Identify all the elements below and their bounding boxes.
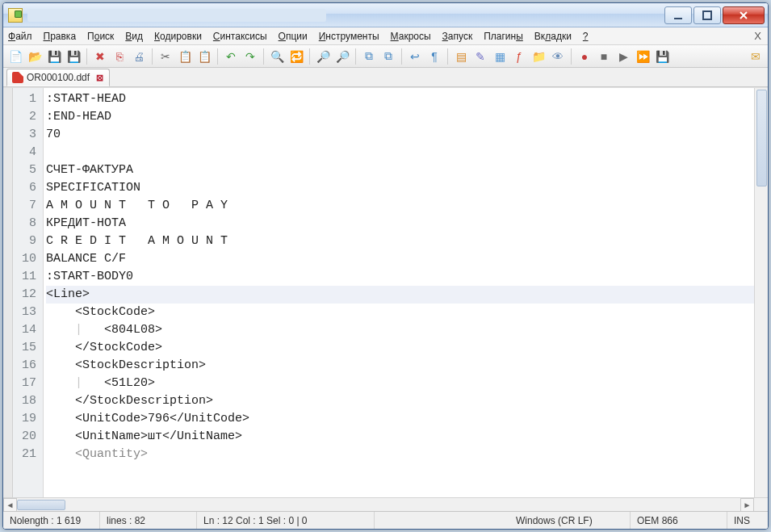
play-icon[interactable]: ▶: [614, 48, 632, 65]
close-button[interactable]: [723, 6, 765, 24]
line-number[interactable]: 3: [13, 126, 43, 144]
code-line[interactable]: <Line>: [46, 286, 754, 304]
find-icon[interactable]: 🔍: [268, 48, 286, 65]
code-line[interactable]: :START-BODY0: [46, 268, 754, 286]
indent-guide-icon[interactable]: ▤: [452, 48, 470, 65]
line-number[interactable]: 8: [13, 215, 43, 232]
fast-icon[interactable]: ⏩: [634, 48, 652, 65]
redo-icon[interactable]: ↷: [241, 48, 259, 65]
hscroll-track[interactable]: [17, 498, 740, 511]
code-line[interactable]: <UnitName>шт</UnitName>: [46, 428, 754, 446]
line-number[interactable]: 5: [13, 161, 43, 179]
status-encoding[interactable]: OEM 866: [631, 512, 727, 529]
hscroll-left-arrow-icon[interactable]: ◄: [3, 498, 17, 512]
monitor-icon[interactable]: 👁: [549, 48, 567, 65]
code-line[interactable]: СЧЕТ-ФАКТУРА: [46, 161, 754, 179]
line-number[interactable]: 13: [13, 304, 43, 321]
line-number[interactable]: 11: [13, 268, 43, 286]
save-all-icon[interactable]: 💾: [65, 48, 82, 65]
hscroll-thumb[interactable]: [17, 500, 65, 510]
vertical-scrollbar[interactable]: [754, 88, 768, 497]
vertical-scrollbar-thumb[interactable]: [756, 90, 767, 186]
menu-файл[interactable]: Файл: [8, 31, 32, 42]
line-number[interactable]: 20: [13, 428, 43, 446]
open-file-icon[interactable]: 📂: [26, 48, 44, 65]
menu-?[interactable]: ?: [583, 31, 589, 42]
folder-icon[interactable]: 📁: [530, 48, 547, 65]
code-line[interactable]: BALANCE C/F: [46, 250, 754, 268]
menu-поиск[interactable]: Поиск: [87, 31, 114, 42]
replace-icon[interactable]: 🔁: [287, 48, 305, 65]
line-number[interactable]: 16: [13, 357, 43, 375]
sync-v-icon[interactable]: ⧉: [379, 48, 397, 65]
line-number-gutter[interactable]: 123456789101112131415161718192021: [13, 88, 44, 497]
sync-h-icon[interactable]: ⧉: [360, 48, 378, 65]
menu-макросы[interactable]: Макросы: [391, 31, 431, 42]
copy-icon[interactable]: 📋: [176, 48, 194, 65]
menu-синтаксисы[interactable]: Синтаксисы: [213, 31, 267, 42]
code-line[interactable]: SPECIFICATION: [46, 179, 754, 197]
function-list-icon[interactable]: ƒ: [510, 48, 528, 65]
code-line[interactable]: [46, 144, 754, 161]
bookmark-margin[interactable]: [3, 88, 13, 497]
save-macro-icon[interactable]: 💾: [653, 48, 671, 65]
new-file-icon[interactable]: 📄: [6, 48, 24, 65]
status-eol[interactable]: Windows (CR LF): [509, 512, 631, 529]
maximize-button[interactable]: [693, 6, 721, 24]
doc-map-icon[interactable]: ▦: [491, 48, 509, 65]
menu-плагины[interactable]: Плагины: [484, 31, 523, 42]
line-number[interactable]: 18: [13, 392, 43, 410]
menu-опции[interactable]: Опции: [279, 31, 308, 42]
code-line[interactable]: </StockCode>: [46, 339, 754, 357]
line-number[interactable]: 21: [13, 446, 43, 463]
plugin-icon[interactable]: ✉: [747, 48, 765, 65]
menubar-close-icon[interactable]: X: [754, 30, 761, 42]
record-icon[interactable]: ●: [576, 48, 593, 65]
code-line[interactable]: :END-HEAD: [46, 108, 754, 126]
code-line[interactable]: | <804L08>: [46, 321, 754, 339]
titlebar[interactable]: [3, 3, 768, 27]
print-icon[interactable]: 🖨: [130, 48, 148, 65]
lang-icon[interactable]: ✎: [471, 48, 489, 65]
zoom-out-icon[interactable]: 🔎: [333, 48, 351, 65]
code-line[interactable]: A M O U N T T O P A Y: [46, 197, 754, 215]
whitespace-icon[interactable]: ¶: [425, 48, 443, 65]
tab-close-icon[interactable]: ⊠: [94, 73, 104, 82]
code-line[interactable]: <Quantity>: [46, 446, 754, 463]
paste-icon[interactable]: 📋: [195, 48, 213, 65]
menu-кодировки[interactable]: Кодировки: [154, 31, 202, 42]
line-number[interactable]: 7: [13, 197, 43, 215]
hscroll-right-arrow-icon[interactable]: ►: [740, 498, 754, 512]
menu-инструменты[interactable]: Инструменты: [319, 31, 379, 42]
code-line[interactable]: КРЕДИТ-НОТА: [46, 215, 754, 232]
close-all-icon[interactable]: ⎘: [111, 48, 128, 65]
line-number[interactable]: 6: [13, 179, 43, 197]
code-line[interactable]: <StockDescription>: [46, 357, 754, 375]
undo-icon[interactable]: ↶: [222, 48, 240, 65]
line-number[interactable]: 15: [13, 339, 43, 357]
line-number[interactable]: 1: [13, 90, 43, 108]
line-number[interactable]: 9: [13, 232, 43, 250]
code-line[interactable]: </StockDescription>: [46, 392, 754, 410]
line-number[interactable]: 14: [13, 321, 43, 339]
menu-вид[interactable]: Вид: [125, 31, 143, 42]
line-number[interactable]: 17: [13, 375, 43, 392]
code-line[interactable]: <StockCode>: [46, 304, 754, 321]
tab-active[interactable]: OR000100.ddf ⊠: [6, 69, 110, 86]
code-line[interactable]: 70: [46, 126, 754, 144]
zoom-in-icon[interactable]: 🔎: [314, 48, 332, 65]
menu-вкладки[interactable]: Вкладки: [534, 31, 572, 42]
minimize-button[interactable]: [664, 6, 692, 24]
line-number[interactable]: 2: [13, 108, 43, 126]
horizontal-scrollbar[interactable]: ◄ ►: [3, 497, 768, 511]
close-file-icon[interactable]: ✖: [91, 48, 109, 65]
code-line[interactable]: C R E D I T A M O U N T: [46, 232, 754, 250]
code-line[interactable]: :START-HEAD: [46, 90, 754, 108]
menu-правка[interactable]: Правка: [44, 31, 77, 42]
line-number[interactable]: 10: [13, 250, 43, 268]
line-number[interactable]: 12: [13, 286, 43, 304]
save-icon[interactable]: 💾: [45, 48, 63, 65]
wordwrap-icon[interactable]: ↩: [406, 48, 424, 65]
code-line[interactable]: | <51L20>: [46, 375, 754, 392]
menu-запуск[interactable]: Запуск: [442, 31, 473, 42]
